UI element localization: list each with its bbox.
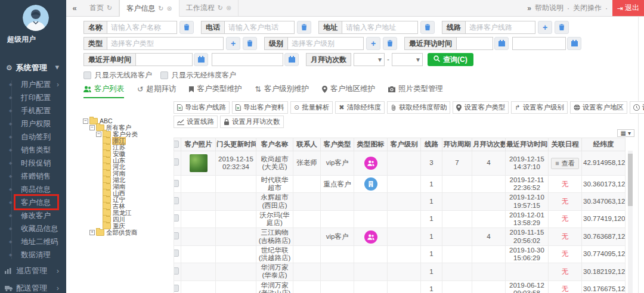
table-row[interactable]: 华润万家(华泰店)1无30.182192,121. <box>174 263 626 280</box>
column-header[interactable]: 类型图标 <box>354 138 388 151</box>
close-icon[interactable]: ⊗ <box>226 4 231 12</box>
last-order-from-input[interactable] <box>135 53 193 66</box>
content-tab[interactable]: 照片类型管理 <box>388 84 443 98</box>
last-visit-to-calendar-button[interactable] <box>567 37 581 50</box>
sidebar-item[interactable]: ◆销售类型 <box>0 144 66 157</box>
close-ops-link[interactable]: 关闭操作 <box>573 3 602 13</box>
clear-address-button[interactable] <box>420 21 435 34</box>
tree-node[interactable]: 湖北 <box>80 177 174 183</box>
row-checkbox[interactable] <box>174 267 179 275</box>
phone-input[interactable] <box>224 21 295 34</box>
content-tab[interactable]: 客户列表 <box>83 84 124 98</box>
clear-level-button[interactable] <box>383 37 397 50</box>
toolbar-button[interactable]: 获取经纬度帮助 <box>387 101 451 114</box>
tree-expander-icon[interactable]: − <box>83 119 88 124</box>
monthly-visits-link[interactable] <box>472 210 506 227</box>
monthly-visits-link[interactable]: 4 <box>472 228 506 245</box>
tree-node[interactable]: 辽宁 <box>80 197 174 203</box>
toolbar-button[interactable]: ⊙批量解析 <box>290 101 333 114</box>
table-row[interactable]: 时代联华超市重点客户12019-12-11 22:36:52无30.360173… <box>174 176 626 193</box>
sidebar-item[interactable]: ◆自动签到 <box>0 130 66 144</box>
column-header[interactable]: 客户照片 <box>181 138 216 151</box>
refresh-icon[interactable]: ↻ <box>218 4 223 12</box>
column-header[interactable]: 关联日程 <box>549 138 582 151</box>
tree-node[interactable]: 安徽 <box>80 151 174 157</box>
monthly-visits-link[interactable] <box>472 245 506 263</box>
toolbar-button[interactable]: ✖清除经纬度 <box>335 101 385 114</box>
route-count-link[interactable]: 1 <box>421 176 442 193</box>
toolbar-button[interactable]: 设置月拜访次数 <box>220 116 284 128</box>
row-checkbox[interactable] <box>174 232 179 239</box>
sidebar-item[interactable]: ◆用户配置› <box>0 78 66 91</box>
table-row[interactable]: 世纪华联(洪越路店)12019-10-30 15:06:29无30.774095… <box>174 245 626 263</box>
toolbar-button[interactable]: ↱设置客户级别 <box>511 101 567 114</box>
sidebar-item[interactable]: ◆地址二维码 <box>0 235 66 248</box>
row-checkbox[interactable] <box>174 197 179 204</box>
last-order-from-calendar-button[interactable] <box>194 53 208 66</box>
column-header[interactable]: 联系人 <box>293 138 321 151</box>
monthly-visits-link[interactable] <box>472 280 506 293</box>
toolbar-button[interactable]: 导出客户资料 <box>232 101 288 114</box>
workspace-tab[interactable]: 工作流程↻⊗ <box>179 0 239 16</box>
table-row[interactable]: 三江购物(吉杨路店)vip客户142019-11-15 20:56:02无30.… <box>174 228 626 245</box>
tree-expander-icon[interactable]: − <box>89 125 95 130</box>
tree-expander-icon[interactable]: − <box>96 132 101 137</box>
table-row[interactable]: 永辉超市(西田店)12019-12-10 19:57:15无30.347063,… <box>174 193 626 210</box>
select-all-header[interactable] <box>174 138 181 151</box>
route-count-link[interactable]: 1 <box>421 280 442 293</box>
refresh-icon[interactable]: ↻ <box>107 4 112 12</box>
content-tab[interactable]: ⇅客户级别维护 <box>255 84 308 98</box>
route-count-link[interactable]: 1 <box>421 210 442 227</box>
tree-expander-icon[interactable]: + <box>89 230 95 235</box>
sidebar-item[interactable]: ◆修改客户 <box>0 209 66 222</box>
content-tab[interactable]: 客户类型维护 <box>189 84 242 98</box>
toolbar-button[interactable]: 设置客户地区 <box>570 101 627 114</box>
monthly-visits-link[interactable] <box>472 263 506 280</box>
route-count-link[interactable]: 3 <box>421 151 442 176</box>
expand-tabs-icon[interactable]: » <box>527 4 531 13</box>
route-count-link[interactable]: 1 <box>421 245 442 263</box>
sidebar-item[interactable]: ◆数据清理 <box>0 248 66 261</box>
row-checkbox[interactable] <box>174 250 179 257</box>
toolbar-button[interactable]: 设置客户类型 <box>453 101 509 114</box>
add-route-button[interactable]: + <box>538 21 552 34</box>
toolbar-button[interactable]: 设置拜访周期 <box>630 101 644 114</box>
customer-photo[interactable] <box>190 154 208 172</box>
clear-route-button[interactable] <box>555 21 569 34</box>
sidebar-item[interactable]: ◆搭赠销售 <box>0 170 66 183</box>
monthly-visits-max-select[interactable]: ▾ <box>392 53 423 66</box>
tree-node[interactable]: 河北 <box>80 164 174 170</box>
level-input[interactable] <box>287 37 364 50</box>
last-visit-from-input[interactable] <box>456 37 493 50</box>
row-checkbox[interactable] <box>174 285 179 292</box>
user-profile[interactable]: 超级用户 <box>0 0 66 45</box>
table-row[interactable]: 2019-12-15 02:32:34欧尚超市(大关店)张老师vip客户3742… <box>174 151 626 176</box>
monthly-visits-link[interactable]: 4 <box>472 151 506 176</box>
route-count-link[interactable]: 1 <box>421 228 442 245</box>
collapse-tabs-icon[interactable]: « <box>66 0 83 16</box>
content-tab[interactable]: 客户地区维护 <box>322 84 375 98</box>
column-header[interactable]: 经纬度 <box>582 138 626 151</box>
sidebar-section-system[interactable]: ⚙系统管理 ▾ <box>0 53 66 78</box>
view-schedule-button[interactable]: ≡查看 <box>551 158 578 169</box>
tree-node[interactable]: 山西 <box>80 190 174 197</box>
only-no-coords-checkbox[interactable]: 只显示无经纬度客户 <box>160 70 236 80</box>
name-input[interactable] <box>107 21 177 34</box>
tree-node[interactable]: 江苏 <box>80 144 174 151</box>
column-header[interactable]: 月拜访次数 <box>472 138 506 151</box>
scrollbar-thumb[interactable] <box>628 154 633 206</box>
monthly-visits-link[interactable] <box>472 176 506 193</box>
table-scrollbar[interactable] <box>628 151 633 293</box>
monthly-visits-min-select[interactable]: ▾ <box>354 53 385 66</box>
sidebar-item[interactable]: ◆用户权限 <box>0 117 66 130</box>
sidebar-item[interactable]: ◆打印配置 <box>0 91 66 104</box>
tree-node[interactable]: +全部供货商 <box>80 229 174 236</box>
sidebar-item[interactable]: ◆手机配置 <box>0 104 66 117</box>
tree-node[interactable]: 山东 <box>80 157 174 164</box>
sidebar-item[interactable]: ◆收藏品信息 <box>0 222 66 235</box>
column-header[interactable]: 客户级别 <box>388 138 421 151</box>
route-count-link[interactable]: 1 <box>421 193 442 210</box>
tree-node[interactable]: 黑龙江 <box>80 210 174 216</box>
column-config-button[interactable]: ▦▾ <box>617 129 634 137</box>
workspace-tab[interactable]: 首页↻ <box>83 0 119 16</box>
